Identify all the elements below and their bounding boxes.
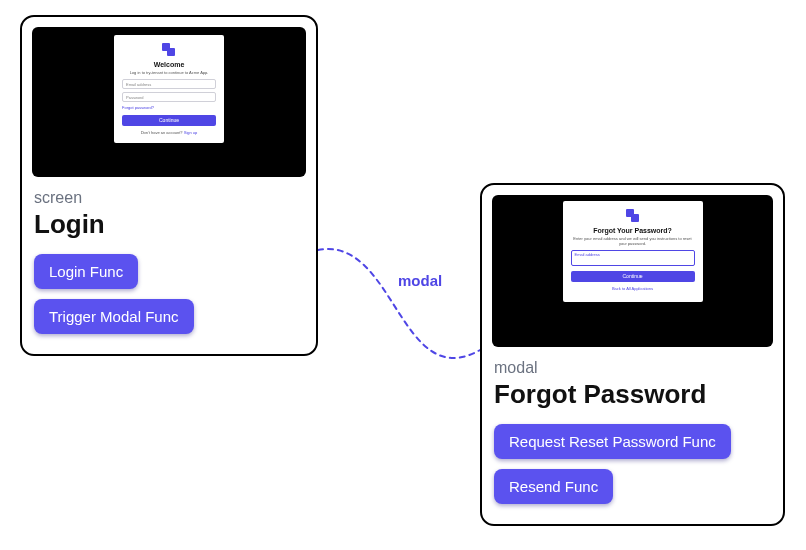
thumb-forgot-link: Forgot password? (122, 105, 216, 110)
trigger-modal-func-button[interactable]: Trigger Modal Func (34, 299, 194, 334)
card-type-label: modal (494, 359, 771, 377)
thumb-back-link: Back to All Applications (571, 286, 695, 291)
thumb-password-input: Password (122, 92, 216, 102)
thumb-heading: Forgot Your Password? (571, 227, 695, 234)
thumb-continue-button: Continue (122, 115, 216, 126)
thumb-heading: Welcome (122, 61, 216, 68)
request-reset-func-button[interactable]: Request Reset Password Func (494, 424, 731, 459)
login-card: Welcome Log in to try-tenant to continue… (20, 15, 318, 356)
card-title: Login (34, 209, 304, 240)
logo-icon (162, 43, 176, 57)
login-thumbnail: Welcome Log in to try-tenant to continue… (32, 27, 306, 177)
login-func-button[interactable]: Login Func (34, 254, 138, 289)
forgot-card: Forgot Your Password? Enter your email a… (480, 183, 785, 526)
logo-icon (626, 209, 640, 223)
card-type-label: screen (34, 189, 304, 207)
card-title: Forgot Password (494, 379, 771, 410)
thumb-continue-button: Continue (571, 271, 695, 282)
resend-func-button[interactable]: Resend Func (494, 469, 613, 504)
forgot-thumbnail: Forgot Your Password? Enter your email a… (492, 195, 773, 347)
thumb-subtitle: Log in to try-tenant to continue to Acme… (122, 70, 216, 75)
forgot-thumbnail-form: Forgot Your Password? Enter your email a… (563, 201, 703, 302)
thumb-footer: Don't have an account? Sign up (122, 130, 216, 135)
login-thumbnail-form: Welcome Log in to try-tenant to continue… (114, 35, 224, 143)
thumb-email-input: Email address (122, 79, 216, 89)
thumb-email-input: Email address (571, 250, 695, 266)
diagram-canvas: modal Welcome Log in to try-tenant to co… (0, 0, 806, 550)
thumb-subtitle: Enter your email address and we will sen… (571, 236, 695, 246)
connector-label: modal (398, 272, 442, 289)
